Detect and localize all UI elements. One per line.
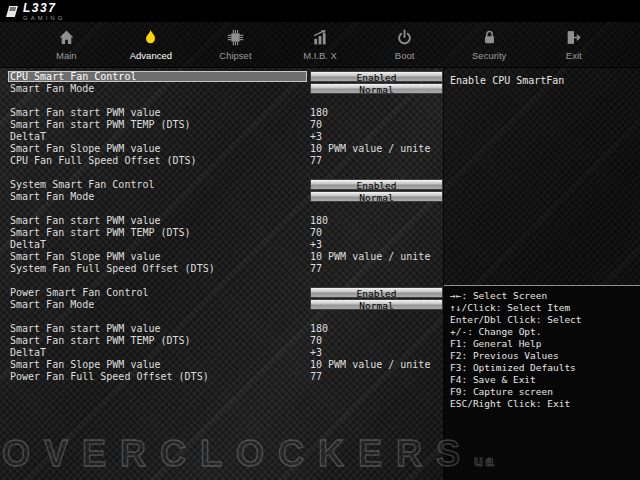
tab-label: M.I.B. X <box>303 50 337 61</box>
chip-icon <box>227 29 244 47</box>
home-icon <box>58 29 75 47</box>
setting-label: Smart Fan start PWM TEMP (DTS) <box>8 119 307 130</box>
key-hint: →←: Select Screen <box>450 290 634 302</box>
key-hint: ESC/Right Click: Exit <box>450 398 634 410</box>
key-hint: F4: Save & Exit <box>450 374 634 386</box>
row-spacer <box>8 166 443 178</box>
lock-icon <box>481 29 498 47</box>
setting-label: Smart Fan start PWM value <box>8 215 307 226</box>
setting-value[interactable]: 10 PWM value / unite <box>310 251 430 262</box>
key-hint: F3: Optimized Defaults <box>450 362 634 374</box>
setting-row: Power Fan Full Speed Offset (DTS) 77 <box>8 370 443 382</box>
item-help-text: Enable CPU SmartFan <box>444 68 640 93</box>
setting-value[interactable]: Enabled <box>310 179 443 190</box>
exit-icon <box>565 29 582 47</box>
setting-row: Smart Fan start PWM TEMP (DTS) 70 <box>8 334 443 346</box>
setting-value[interactable]: 70 <box>310 227 322 238</box>
key-hint: F1: General Help <box>450 338 634 350</box>
setting-row: Smart Fan start PWM value 180 <box>8 322 443 334</box>
setting-row: Smart Fan Mode Normal <box>8 190 443 202</box>
logo-brand: L337 <box>23 2 65 14</box>
setting-row: System Smart Fan Control Enabled <box>8 178 443 190</box>
setting-label: Smart Fan start PWM TEMP (DTS) <box>8 335 307 346</box>
row-spacer <box>8 202 443 214</box>
setting-value[interactable]: 10 PWM value / unite <box>310 359 430 370</box>
setting-value[interactable]: 77 <box>310 155 322 166</box>
setting-label: DeltaT <box>8 239 307 250</box>
setting-row: Smart Fan start PWM TEMP (DTS) 70 <box>8 226 443 238</box>
setting-label: System Smart Fan Control <box>8 179 307 190</box>
row-spacer <box>8 94 443 106</box>
key-legend: →←: Select Screen↑↓/Click: Select ItemEn… <box>444 285 640 480</box>
key-hint: ↑↓/Click: Select Item <box>450 302 634 314</box>
setting-value[interactable]: Normal <box>310 83 443 94</box>
tab-label: Boot <box>395 50 415 61</box>
setting-value[interactable]: +3 <box>310 347 322 358</box>
setting-value[interactable]: Normal <box>310 191 443 202</box>
setting-row: Smart Fan Slope PWM value 10 PWM value /… <box>8 142 443 154</box>
setting-row: Smart Fan start PWM TEMP (DTS) 70 <box>8 118 443 130</box>
help-panel: Enable CPU SmartFan →←: Select Screen↑↓/… <box>443 68 640 480</box>
setting-row: Smart Fan Mode Normal <box>8 82 443 94</box>
setting-value[interactable]: 70 <box>310 335 322 346</box>
setting-row: CPU Smart Fan Control Enabled <box>8 70 443 82</box>
setting-label: CPU Fan Full Speed Offset (DTS) <box>8 155 307 166</box>
tab-label: Security <box>472 50 506 61</box>
setting-label: Smart Fan Slope PWM value <box>8 251 307 262</box>
bios-screen: L337 GAMING Main Advanced Chipset M.I.B.… <box>0 0 640 480</box>
setting-value[interactable]: +3 <box>310 239 322 250</box>
tab-chipset[interactable]: Chipset <box>193 22 278 67</box>
setting-label: Smart Fan start PWM value <box>8 323 307 334</box>
setting-value[interactable]: 77 <box>310 263 322 274</box>
setting-label: DeltaT <box>8 347 307 358</box>
setting-value[interactable]: 180 <box>310 323 328 334</box>
setting-label: Smart Fan Mode <box>8 191 307 202</box>
setting-row: System Fan Full Speed Offset (DTS) 77 <box>8 262 443 274</box>
setting-label: Smart Fan Mode <box>8 299 307 310</box>
setting-label: System Fan Full Speed Offset (DTS) <box>8 263 307 274</box>
setting-value[interactable]: 180 <box>310 215 328 226</box>
setting-value[interactable]: +3 <box>310 131 322 142</box>
key-hint: Enter/Dbl Click: Select <box>450 314 634 326</box>
tab-exit[interactable]: Exit <box>531 22 616 67</box>
tab-advanced[interactable]: Advanced <box>109 22 194 67</box>
l337-logo: L337 GAMING <box>5 2 65 21</box>
setting-value[interactable]: Normal <box>310 299 443 310</box>
flame-icon <box>142 29 159 47</box>
tab-security[interactable]: Security <box>447 22 532 67</box>
setting-row: Smart Fan Mode Normal <box>8 298 443 310</box>
setting-value[interactable]: 70 <box>310 119 322 130</box>
row-spacer <box>8 310 443 322</box>
power-icon <box>396 29 413 47</box>
setting-label: Power Fan Full Speed Offset (DTS) <box>8 371 307 382</box>
settings-panel: CPU Smart Fan Control Enabled Smart Fan … <box>0 68 443 480</box>
setting-label: Smart Fan Slope PWM value <box>8 143 307 154</box>
logo-tagline: GAMING <box>23 15 65 21</box>
setting-row: DeltaT +3 <box>8 346 443 358</box>
tab-m-i-b-x[interactable]: M.I.B. X <box>278 22 363 67</box>
setting-label: DeltaT <box>8 131 307 142</box>
setting-value[interactable]: 180 <box>310 107 328 118</box>
setting-row: Smart Fan Slope PWM value 10 PWM value /… <box>8 358 443 370</box>
setting-value[interactable]: 77 <box>310 371 322 382</box>
setting-value[interactable]: 10 PWM value / unite <box>310 143 430 154</box>
tab-label: Exit <box>566 50 582 61</box>
setting-label: Smart Fan start PWM TEMP (DTS) <box>8 227 307 238</box>
tab-boot[interactable]: Boot <box>362 22 447 67</box>
setting-label: CPU Smart Fan Control <box>8 71 307 82</box>
tab-label: Chipset <box>219 50 251 61</box>
key-hint: F9: Capture screen <box>450 386 634 398</box>
setting-row: DeltaT +3 <box>8 130 443 142</box>
top-logo-bar: L337 GAMING <box>0 0 640 22</box>
tab-main[interactable]: Main <box>24 22 109 67</box>
setting-row: DeltaT +3 <box>8 238 443 250</box>
key-hint: +/-: Change Opt. <box>450 326 634 338</box>
setting-label: Smart Fan start PWM value <box>8 107 307 118</box>
setting-row: Smart Fan start PWM value 180 <box>8 214 443 226</box>
settings-list: CPU Smart Fan Control Enabled Smart Fan … <box>0 68 443 382</box>
chart-icon <box>312 29 329 47</box>
setting-row: Smart Fan start PWM value 180 <box>8 106 443 118</box>
key-hint: F2: Previous Values <box>450 350 634 362</box>
setting-value[interactable]: Enabled <box>310 287 443 298</box>
setting-value[interactable]: Enabled <box>310 71 443 82</box>
